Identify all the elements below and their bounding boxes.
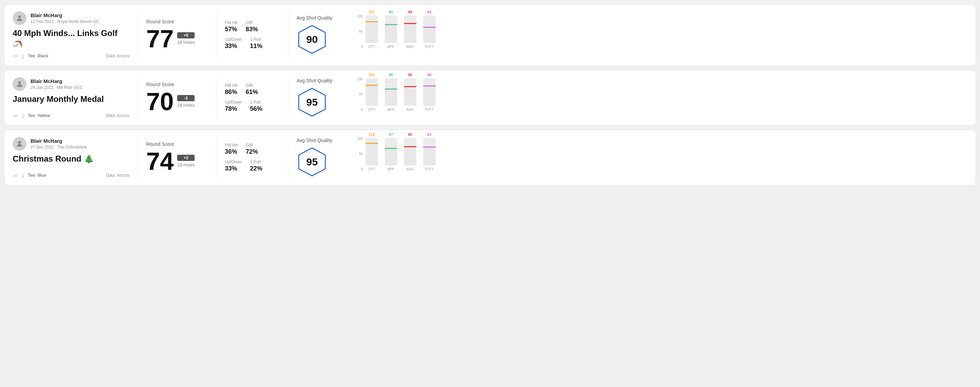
gir-label: GIR xyxy=(246,20,258,25)
bar-fill xyxy=(366,144,378,165)
bar-wrapper xyxy=(404,138,416,165)
bar-fill xyxy=(385,149,397,165)
section-divider-2 xyxy=(216,137,216,178)
tee-info: Tee: Blue xyxy=(13,173,46,178)
left-section: Blair McHarg 29 Jan 2022 · Mill Ride GCC… xyxy=(13,77,129,118)
hexagon-container: 95 xyxy=(297,146,328,178)
svg-point-0 xyxy=(18,16,21,18)
section-divider xyxy=(138,11,138,59)
gir-label: GIR xyxy=(246,83,258,88)
y-label-50: 50 xyxy=(357,92,363,96)
fw-hit-label: FW Hit xyxy=(225,83,237,88)
bar-label: ARG xyxy=(406,108,414,111)
bar-line xyxy=(423,146,436,148)
bar-line xyxy=(366,85,378,86)
fw-hit-value: 86% xyxy=(225,89,237,96)
round-card-3: Blair McHarg 27 Dec 2021 · The Oxfordshi… xyxy=(4,130,976,185)
round-card-2: Blair McHarg 29 Jan 2022 · Mill Ride GCC… xyxy=(4,70,976,125)
updown-stat: Up/Down 33% xyxy=(225,160,242,172)
updown-label: Up/Down xyxy=(225,37,242,42)
bar-wrapper xyxy=(404,78,416,106)
fw-hit-value: 36% xyxy=(225,148,237,155)
updown-value: 33% xyxy=(225,165,242,172)
oneputt-stat: 1 Putt 56% xyxy=(250,100,262,113)
chart-bar-group: 86 APP xyxy=(385,73,397,111)
y-label-0: 0 xyxy=(357,108,363,111)
bar-label: PUTT xyxy=(425,167,434,171)
oneputt-label: 1 Putt xyxy=(250,100,262,105)
bar-wrapper xyxy=(423,16,436,43)
updown-value: 78% xyxy=(225,105,242,113)
stats-row-bottom: Up/Down 33% 1 Putt 11% xyxy=(225,37,280,50)
section-divider xyxy=(138,77,138,118)
bar-line xyxy=(366,143,378,144)
chart-section: 100 50 0 110 OTT 87 APP xyxy=(352,137,967,178)
quality-label: Avg Shot Quality xyxy=(297,15,332,21)
score-label: Round Score xyxy=(146,19,208,24)
bar-value: 95 xyxy=(408,132,412,136)
score-section: Round Score 70 -2 18 Holes xyxy=(146,77,208,118)
score-badge: +5 xyxy=(177,32,195,38)
round-title: Christmas Round 🎄 xyxy=(13,154,129,164)
y-label-100: 100 xyxy=(357,77,363,81)
y-label-0: 0 xyxy=(357,45,363,49)
bar-wrapper xyxy=(385,16,397,43)
quality-score: 95 xyxy=(306,97,318,108)
updown-value: 33% xyxy=(225,43,242,50)
tee-label: Tee: Black xyxy=(28,53,48,58)
bar-value: 99 xyxy=(427,73,431,77)
bar-fill xyxy=(423,28,436,43)
score-section: Round Score 74 +2 18 Holes xyxy=(146,137,208,178)
stats-row-bottom: Up/Down 78% 1 Putt 56% xyxy=(225,100,280,113)
score-section: Round Score 77 +5 18 Holes xyxy=(146,11,208,59)
bar-line xyxy=(366,21,378,22)
gir-stat: GIR 72% xyxy=(246,143,258,155)
fw-hit-stat: FW Hit 57% xyxy=(225,20,237,33)
bar-fill xyxy=(404,87,416,106)
stats-section: FW Hit 57% GIR 83% Up/Down 33% 1 Putt 11… xyxy=(225,11,280,59)
stats-section: FW Hit 36% GIR 72% Up/Down 33% 1 Putt 22… xyxy=(225,137,280,178)
bar-wrapper xyxy=(385,78,397,106)
fw-hit-stat: FW Hit 86% xyxy=(225,83,237,96)
quality-section: Avg Shot Quality 90 xyxy=(297,11,352,59)
gir-value: 83% xyxy=(246,26,258,33)
chart-bar-group: 93 PUTT xyxy=(423,132,436,171)
fw-hit-label: FW Hit xyxy=(225,20,237,25)
stats-row-top: FW Hit 57% GIR 83% xyxy=(225,20,280,33)
user-name: Blair McHarg xyxy=(30,12,99,19)
score-badge: -2 xyxy=(177,95,195,101)
tee-label: Tee: Yellow xyxy=(28,113,50,118)
bar-value: 82 xyxy=(427,10,431,14)
y-label-0: 0 xyxy=(357,167,363,171)
bar-line xyxy=(385,24,397,25)
updown-stat: Up/Down 33% xyxy=(225,37,242,50)
bar-value: 95 xyxy=(389,10,393,14)
quality-score: 90 xyxy=(306,33,318,45)
stats-section: FW Hit 86% GIR 61% Up/Down 78% 1 Putt 56… xyxy=(225,77,280,118)
bar-value: 93 xyxy=(427,132,431,136)
bar-line xyxy=(404,23,416,24)
fw-hit-value: 57% xyxy=(225,26,237,33)
gir-label: GIR xyxy=(246,143,258,148)
bar-fill xyxy=(385,90,397,105)
score-badge-info: +5 18 Holes xyxy=(177,32,195,45)
holes-text: 18 Holes xyxy=(177,103,195,108)
chart-y-axis: 100 50 0 xyxy=(357,77,363,111)
score-label: Round Score xyxy=(146,82,208,87)
chart-bar-group: 82 PUTT xyxy=(423,10,436,49)
chart-section: 100 50 0 101 OTT 86 APP xyxy=(352,77,967,118)
user-name: Blair McHarg xyxy=(30,78,83,84)
bar-label: ARG xyxy=(406,167,414,171)
score-row: 77 +5 18 Holes xyxy=(146,26,208,51)
bar-line xyxy=(423,27,436,28)
chart-bar-group: 107 OTT xyxy=(366,10,378,49)
bar-fill xyxy=(404,24,416,43)
bar-chart: 107 OTT 95 APP 98 ARG 82 xyxy=(366,14,967,56)
updown-label: Up/Down xyxy=(225,160,242,164)
chart-bar-group: 110 OTT xyxy=(366,132,378,171)
chart-bar-group: 95 APP xyxy=(385,10,397,49)
tee-info: Tee: Yellow xyxy=(13,113,50,118)
score-badge: +2 xyxy=(177,155,195,161)
chart-bar-group: 87 APP xyxy=(385,132,397,171)
round-title: 40 Mph Winds... Links Golf 🪃 xyxy=(13,29,129,48)
